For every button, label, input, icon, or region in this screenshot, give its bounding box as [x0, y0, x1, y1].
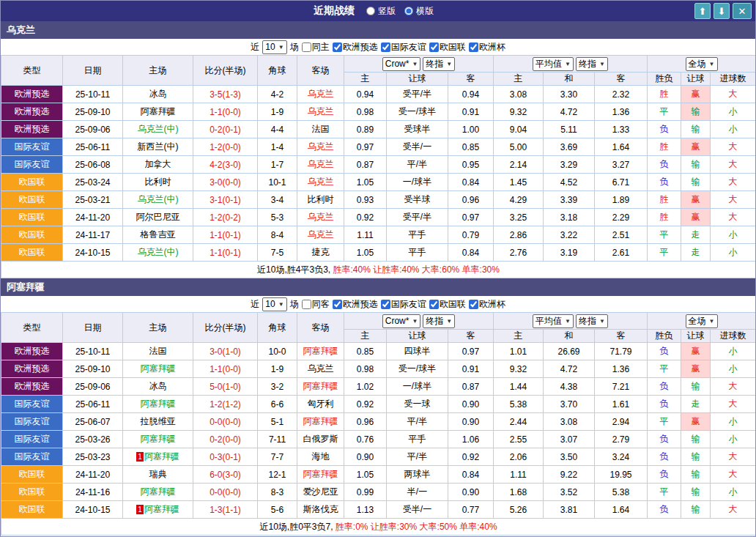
- euro-cup-checkbox[interactable]: [469, 300, 478, 309]
- fulltime-select[interactable]: 全场▼: [686, 314, 718, 328]
- friendly-checkbox[interactable]: [381, 42, 390, 52]
- odds-handicap-cell: 平手: [387, 431, 448, 448]
- score-cell: 4-2(3-0): [193, 156, 258, 174]
- col-result-goals: 进球数: [711, 330, 756, 343]
- avg-kind-select[interactable]: 终指▼: [576, 314, 608, 328]
- result-wdl-cell: 平: [648, 413, 681, 431]
- euro-cup-checkbox[interactable]: [469, 42, 478, 52]
- league-cell: 欧国联: [1, 226, 63, 244]
- date-cell: 25-09-06: [63, 121, 123, 138]
- avg-home-cell: 5.26: [494, 501, 544, 519]
- date-cell: 25-09-10: [63, 103, 123, 121]
- avg-draw-cell: 3.39: [544, 191, 595, 209]
- league-filter-nations-league[interactable]: 欧国联: [429, 298, 466, 311]
- date-cell: 25-03-23: [63, 448, 123, 466]
- odds-away-cell: 1.06: [448, 431, 494, 448]
- same-venue-checkbox[interactable]: [302, 300, 311, 309]
- avg-home-cell: 2.86: [494, 226, 544, 244]
- odds-source-select[interactable]: Crow*▼: [382, 57, 421, 71]
- same-venue-filter[interactable]: 同客: [302, 298, 330, 311]
- col-avg-draw: 和: [544, 73, 595, 86]
- result-wdl-cell: 负: [648, 501, 681, 519]
- near-label: 近: [251, 41, 259, 53]
- result-wdl-cell: 负: [648, 466, 681, 484]
- away-team-cell: 乌克兰: [297, 209, 344, 226]
- result-handicap-cell: 输: [681, 501, 711, 519]
- avg-home-cell: 9.32: [494, 360, 544, 378]
- date-cell: 25-10-11: [63, 86, 123, 103]
- odds-home-cell: 0.98: [344, 103, 387, 121]
- odds-kind-select[interactable]: 终指▼: [423, 57, 455, 71]
- result-handicap-cell: 输: [681, 431, 711, 448]
- league-cell: 国际友谊: [1, 431, 63, 448]
- layout-vertical-option[interactable]: 竖版: [366, 5, 396, 18]
- euro-qualifiers-checkbox[interactable]: [333, 42, 342, 52]
- odds-away-cell: 0.87: [448, 378, 494, 396]
- fulltime-select[interactable]: 全场▼: [686, 57, 718, 71]
- league-cell: 欧洲预选: [1, 378, 63, 396]
- col-type: 类型: [1, 56, 63, 86]
- matches-table-ukraine: 类型 日期 主场 比分(半场) 角球 客场 Crow*▼ 终指▼ 平均值▼ 终指…: [1, 55, 756, 278]
- nations-league-checkbox[interactable]: [429, 300, 439, 309]
- avg-draw-cell: 4.38: [544, 378, 595, 396]
- odds-handicap-cell: 四球半: [387, 343, 448, 360]
- odds-kind-select[interactable]: 终指▼: [423, 314, 455, 328]
- league-filter-euro-qualifiers[interactable]: 欧洲预选: [333, 41, 378, 53]
- league-cell: 欧国联: [1, 501, 63, 519]
- league-filter-friendly[interactable]: 国际友谊: [381, 41, 426, 53]
- result-handicap-cell: 输: [681, 103, 711, 121]
- col-corner: 角球: [258, 56, 297, 86]
- league-filter-friendly[interactable]: 国际友谊: [381, 298, 426, 311]
- result-handicap-cell: 走: [681, 396, 711, 413]
- col-odds-handicap: 让球: [387, 73, 448, 86]
- away-team-cell: 乌克兰: [297, 103, 344, 121]
- move-down-button[interactable]: ⬇: [714, 3, 730, 19]
- result-handicap-cell: 输: [681, 466, 711, 484]
- odds-away-cell: 0.84: [448, 244, 494, 262]
- match-count-select[interactable]: 10 ▼: [262, 297, 286, 311]
- col-score: 比分(半场): [193, 56, 258, 86]
- odds-source-select[interactable]: Crow*▼: [382, 314, 421, 328]
- avg-source-select[interactable]: 平均值▼: [533, 57, 574, 71]
- away-team-cell: 乌克兰: [297, 360, 344, 378]
- score-cell: 6-0(3-0): [193, 466, 258, 484]
- match-row: 欧洲预选25-09-10阿塞拜疆1-1(0-0)1-9乌克兰0.98受一/球半0…: [1, 360, 756, 378]
- date-cell: 24-11-20: [63, 466, 123, 484]
- horizontal-radio[interactable]: [404, 7, 413, 15]
- league-filter-euro-qualifiers[interactable]: 欧洲预选: [333, 298, 378, 311]
- close-button[interactable]: ✕: [733, 3, 752, 19]
- result-goals-cell: 小: [711, 343, 756, 360]
- friendly-checkbox[interactable]: [381, 300, 390, 309]
- move-up-button[interactable]: ⬆: [694, 3, 711, 19]
- odds-home-cell: 0.99: [344, 484, 387, 501]
- result-goals-cell: 大: [711, 156, 756, 174]
- away-team-cell: 阿塞拜疆: [297, 343, 344, 360]
- match-count-select[interactable]: 10 ▼: [262, 40, 286, 54]
- nations-league-checkbox[interactable]: [429, 42, 439, 52]
- col-score: 比分(半场): [193, 313, 258, 343]
- match-row: 欧洲预选25-09-10阿塞拜疆1-1(0-0)1-9乌克兰0.98受一/球半0…: [1, 103, 756, 121]
- same-venue-checkbox[interactable]: [302, 42, 311, 52]
- league-filter-euro-cup[interactable]: 欧洲杯: [469, 298, 505, 311]
- league-filter-nations-league[interactable]: 欧国联: [429, 41, 466, 53]
- avg-source-select[interactable]: 平均值▼: [533, 314, 574, 328]
- match-row: 欧国联24-11-20阿尔巴尼亚1-2(0-2)5-3乌克兰0.92受平/半0.…: [1, 209, 756, 226]
- odds-away-cell: 0.91: [448, 103, 494, 121]
- vertical-radio[interactable]: [366, 7, 375, 15]
- avg-home-cell: 1.68: [494, 484, 544, 501]
- filter-bar: 近 10 ▼ 场 同客 欧洲预选 国际友谊 欧国联 欧洲杯: [1, 296, 755, 312]
- date-cell: 25-06-11: [63, 138, 123, 156]
- home-team-cell: 加拿大: [123, 156, 193, 174]
- result-wdl-cell: 平: [648, 244, 681, 262]
- avg-home-cell: 9.04: [494, 121, 544, 138]
- euro-qualifiers-checkbox[interactable]: [333, 300, 342, 309]
- date-cell: 25-03-26: [63, 431, 123, 448]
- odds-handicap-cell: 受一/球半: [387, 103, 448, 121]
- avg-kind-select[interactable]: 终指▼: [576, 57, 608, 71]
- away-team-cell: 爱沙尼亚: [297, 484, 344, 501]
- match-row: 欧国联25-03-24比利时3-0(0-0)10-1乌克兰1.05一/球半0.8…: [1, 174, 756, 191]
- same-venue-filter[interactable]: 同主: [302, 41, 330, 53]
- layout-horizontal-option[interactable]: 横版: [404, 5, 434, 18]
- avg-draw-cell: 3.50: [544, 448, 595, 466]
- league-filter-euro-cup[interactable]: 欧洲杯: [469, 41, 505, 53]
